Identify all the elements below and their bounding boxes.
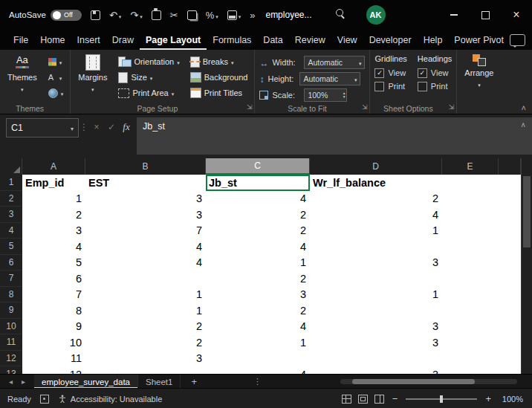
zoom-slider-knob[interactable]	[440, 395, 443, 403]
cell-d11[interactable]: 3	[310, 334, 442, 351]
cell-c11[interactable]: 1	[206, 334, 310, 351]
cell-x3[interactable]	[499, 207, 521, 223]
toolbar-overflow-button[interactable]: »	[245, 10, 259, 21]
minimize-button[interactable]	[438, 0, 470, 30]
headings-print-checkbox[interactable]	[418, 82, 427, 91]
headings-view-checkbox[interactable]	[418, 68, 427, 78]
page-setup-dialog-launcher-icon[interactable]	[247, 99, 253, 112]
horizontal-scrollbar-thumb[interactable]	[352, 379, 475, 384]
cell-e13[interactable]	[442, 366, 499, 374]
cell-c10[interactable]: 4	[206, 319, 310, 335]
cell-c2[interactable]: 4	[206, 191, 310, 207]
cell-c7[interactable]: 2	[206, 271, 310, 287]
cell-x10[interactable]	[499, 319, 521, 335]
column-header-filler[interactable]	[499, 158, 521, 175]
cell-x5[interactable]	[499, 239, 521, 255]
cell-a5[interactable]: 4	[22, 239, 85, 255]
row-header-13[interactable]: 13	[0, 366, 22, 374]
orientation-button[interactable]: Orientation	[116, 54, 181, 69]
row-header-10[interactable]: 10	[0, 319, 22, 335]
percent-style-button[interactable]: %	[201, 0, 223, 30]
cell-a11[interactable]: 10	[22, 334, 85, 351]
paste-button[interactable]	[147, 0, 166, 30]
column-header-c[interactable]: C	[206, 158, 310, 175]
cell-b5[interactable]: 4	[85, 239, 206, 255]
cell-b13[interactable]	[85, 366, 206, 374]
headings-view-option[interactable]: View	[418, 66, 452, 80]
comments-button[interactable]	[510, 34, 525, 46]
cell-e1[interactable]	[442, 175, 499, 191]
cell-e5[interactable]	[442, 239, 499, 255]
cell-a8[interactable]: 7	[22, 287, 85, 303]
collapse-ribbon-button[interactable]: ˄	[522, 104, 526, 112]
cell-e11[interactable]	[442, 334, 499, 351]
cell-x7[interactable]	[499, 271, 521, 287]
page-layout-view-button[interactable]	[358, 395, 368, 404]
cell-d12[interactable]	[310, 351, 442, 367]
cell-e4[interactable]	[442, 223, 499, 239]
row-header-4[interactable]: 4	[0, 223, 22, 239]
cell-d4[interactable]: 1	[310, 223, 442, 239]
cell-d9[interactable]	[310, 302, 442, 319]
cell-d2[interactable]: 2	[310, 191, 442, 207]
cell-a7[interactable]: 6	[22, 271, 85, 287]
column-header-d[interactable]: D	[310, 158, 442, 175]
insert-function-button[interactable]: fx	[119, 119, 134, 135]
account-avatar[interactable]: AK	[366, 5, 386, 25]
column-header-e[interactable]: E	[442, 158, 499, 175]
cell-e6[interactable]	[442, 255, 499, 271]
cell-b3[interactable]: 3	[85, 207, 206, 223]
headings-print-option[interactable]: Print	[418, 80, 452, 93]
cell-b8[interactable]: 1	[85, 287, 206, 303]
cell-x13[interactable]	[499, 366, 521, 374]
horizontal-scrollbar[interactable]	[340, 379, 517, 384]
save-button[interactable]	[86, 0, 105, 30]
theme-colors-button[interactable]	[46, 54, 66, 69]
collapse-formula-bar-button[interactable]: ˄	[521, 121, 525, 129]
theme-effects-button[interactable]	[46, 85, 66, 100]
menu-tab-view[interactable]: View	[331, 31, 363, 50]
cell-b1[interactable]: EST	[85, 175, 206, 191]
record-macro-button[interactable]	[40, 395, 49, 404]
cell-b4[interactable]: 7	[85, 223, 206, 239]
scale-spinner[interactable]: 100%	[304, 88, 347, 102]
cell-b9[interactable]: 1	[85, 302, 206, 319]
cell-x2[interactable]	[499, 191, 521, 207]
cell-b12[interactable]: 3	[85, 351, 206, 367]
row-header-2[interactable]: 2	[0, 191, 22, 207]
cancel-entry-button[interactable]: ×	[89, 119, 104, 135]
themes-button[interactable]: Themes	[4, 53, 40, 94]
accessibility-status[interactable]: Accessibility: Unavailable	[58, 395, 163, 404]
menu-tab-insert[interactable]: Insert	[71, 31, 106, 50]
normal-view-button[interactable]	[342, 395, 351, 404]
cut-button[interactable]: ✂	[166, 0, 183, 30]
cell-d8[interactable]: 1	[310, 287, 442, 303]
gridlines-print-option[interactable]: Print	[374, 80, 406, 93]
spinner-arrows-icon[interactable]	[343, 91, 346, 99]
menu-tab-review[interactable]: Review	[289, 31, 331, 50]
cell-a2[interactable]: 1	[22, 191, 85, 207]
sheet-tab-employee_survey_data[interactable]: employee_survey_data	[34, 375, 138, 389]
theme-fonts-button[interactable]	[46, 70, 66, 85]
menu-tab-data[interactable]: Data	[257, 31, 288, 50]
row-header-11[interactable]: 11	[0, 334, 22, 351]
cell-e12[interactable]	[442, 351, 499, 367]
cell-c5[interactable]: 4	[206, 239, 310, 255]
maximize-button[interactable]	[470, 0, 501, 30]
gridlines-view-option[interactable]: View	[374, 66, 406, 80]
cell-c4[interactable]: 2	[206, 223, 310, 239]
cell-c9[interactable]: 2	[206, 302, 310, 319]
row-header-1[interactable]: 1	[0, 175, 22, 191]
copy-button[interactable]	[183, 0, 201, 30]
cell-d6[interactable]: 3	[310, 255, 442, 271]
next-sheet-button[interactable]: ▸	[22, 378, 25, 386]
name-box-resize-handle[interactable]: ⋮	[79, 114, 89, 159]
scale-to-fit-dialog-launcher-icon[interactable]	[362, 99, 368, 112]
cell-d7[interactable]	[310, 271, 442, 287]
cell-b6[interactable]: 4	[85, 255, 206, 271]
cell-x11[interactable]	[499, 334, 521, 351]
close-button[interactable]: ×	[501, 0, 532, 30]
redo-button[interactable]: ↷	[126, 0, 146, 30]
cell-c13[interactable]: 4	[206, 366, 310, 374]
cell-c6[interactable]: 1	[206, 255, 310, 271]
